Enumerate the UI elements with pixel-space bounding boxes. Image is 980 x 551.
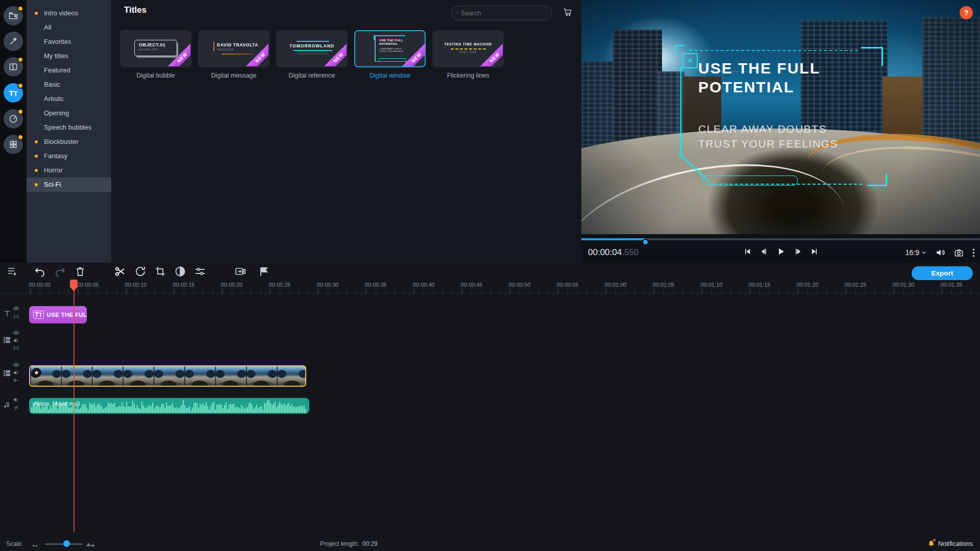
transitions-button[interactable] [4, 57, 23, 77]
sidebar-item-featured[interactable]: Featured [27, 63, 111, 78]
title-card-digital-reference[interactable]: TOMORROWLAND NEW Digital reference [276, 30, 348, 79]
video-editor-app: TT Intro videosAllFavoritesMy titlesFeat… [0, 0, 980, 551]
status-bar: Scale: Project length:00:29 Notification… [0, 536, 980, 551]
speaker-icon[interactable] [13, 369, 19, 376]
more-options-icon[interactable] [972, 248, 975, 258]
title-card-digital-bubble[interactable]: OBJECT.01 044 ARXL-2557 NEW Digital bubb… [120, 30, 191, 79]
aspect-ratio-select[interactable]: 16:9 [905, 248, 926, 257]
ruler-label: 00:01:00 [605, 282, 627, 288]
scale-slider-handle[interactable] [63, 540, 70, 547]
speaker-icon[interactable] [13, 396, 19, 403]
sidebar-item-speech-bubbles[interactable]: Speech bubbles [27, 120, 111, 135]
sidebar-item-label: Opening [44, 109, 69, 117]
sidebar-item-sci-fi[interactable]: Sci-Fi [27, 178, 111, 192]
undo-button[interactable] [34, 265, 46, 278]
stickers-button[interactable] [4, 109, 23, 129]
import-button[interactable] [4, 6, 23, 26]
volume-icon[interactable] [935, 247, 945, 258]
speaker-icon[interactable] [13, 337, 19, 344]
add-track-button[interactable] [6, 265, 18, 278]
filters-button[interactable] [4, 32, 23, 51]
ruler-ticks [30, 289, 980, 293]
titles-button[interactable]: TT [4, 83, 23, 103]
link-icon[interactable] [13, 345, 19, 352]
sidebar-item-label: Horror [44, 166, 63, 174]
snapshot-camera-icon[interactable] [954, 248, 964, 258]
category-dot [35, 140, 38, 143]
crop-button[interactable] [154, 265, 166, 278]
zoom-out-mountains-icon[interactable] [32, 542, 39, 547]
store-cart-icon[interactable] [562, 7, 573, 17]
next-frame-button[interactable] [794, 247, 802, 256]
export-button[interactable]: Export [912, 266, 973, 280]
clear-search-icon[interactable] [545, 10, 547, 16]
ruler-divider [0, 293, 980, 294]
sidebar-item-basic[interactable]: Basic [27, 78, 111, 92]
sidebar-item-label: Fantasy [44, 152, 67, 160]
sidebar-item-my-titles[interactable]: My titles [27, 49, 111, 63]
sidebar-item-artistic[interactable]: Artistic [27, 92, 111, 106]
zoom-in-mountains-icon[interactable] [86, 541, 95, 547]
play-button[interactable] [777, 247, 785, 256]
sidebar-item-blockbuster[interactable]: Blockbuster [27, 135, 111, 149]
sidebar-item-favorites[interactable]: Favorites [27, 35, 111, 49]
link-off-icon[interactable] [13, 405, 19, 411]
notifications-button[interactable]: Notifications [927, 540, 973, 547]
skip-to-end-button[interactable] [811, 247, 819, 256]
title-card-digital-message[interactable]: DAVID TRAVOLTA PRODUCER NEW Digital mess… [198, 30, 270, 79]
title-card-digital-window[interactable]: USE THE FULL POTENTIAL CLEAR AWAY DOUBTS… [354, 30, 426, 79]
clip-properties-button[interactable] [194, 265, 206, 278]
overlay-pill [702, 176, 798, 186]
link-icon[interactable] [13, 313, 19, 320]
seek-handle[interactable] [642, 239, 649, 245]
category-dot [35, 12, 38, 15]
arrow-left-icon[interactable] [13, 377, 19, 384]
sidebar-item-fantasy[interactable]: Fantasy [27, 149, 111, 163]
video-clip[interactable]: ★ [29, 365, 306, 387]
ruler-label: 00:00:40 [413, 282, 435, 288]
new-badge: NEW [241, 39, 269, 67]
seek-bar-fill [581, 238, 645, 240]
title-card-thumbnail: OBJECT.01 044 ARXL-2557 NEW [120, 30, 191, 67]
help-button[interactable]: ? [960, 6, 973, 19]
marker-button[interactable] [258, 265, 270, 278]
search-input[interactable] [459, 10, 545, 17]
title-card-thumbnail: DAVID TRAVOLTA PRODUCER NEW [198, 30, 270, 67]
title-card-label: Digital bubble [120, 72, 191, 79]
ruler-label: 00:00:15 [173, 282, 195, 288]
title-card-thumbnail: USE THE FULL POTENTIAL CLEAR AWAY DOUBTS… [354, 30, 426, 67]
playhead-line [74, 280, 75, 532]
color-adjustments-button[interactable] [174, 265, 186, 278]
update-dot [17, 109, 23, 115]
search-box[interactable] [451, 6, 552, 20]
title-card-flickering-lines[interactable]: TESTING TIME MACHINE PART ONE NEW Flicke… [432, 30, 504, 79]
previous-frame-button[interactable] [760, 247, 768, 256]
title-clip[interactable]: TT USE THE FUL [29, 306, 87, 323]
ruler-label: 00:00:00 [29, 282, 51, 288]
redo-button[interactable] [54, 265, 66, 278]
eye-icon[interactable] [13, 305, 19, 312]
sidebar-item-intro-videos[interactable]: Intro videos [27, 6, 111, 20]
rotate-button[interactable] [134, 265, 146, 278]
delete-button[interactable] [74, 265, 86, 278]
overlay-close-icon[interactable]: ✕ [682, 53, 698, 68]
timeline-ruler[interactable]: 00:00:0000:00:0500:00:1000:00:1500:00:20… [0, 280, 980, 294]
bell-icon [927, 540, 935, 547]
split-button[interactable] [114, 265, 126, 278]
new-badge: NEW [163, 39, 191, 67]
title-card-label: Digital reference [276, 72, 348, 79]
title-track-icon [3, 310, 11, 318]
eye-icon[interactable] [13, 330, 19, 336]
tool-rail: TT [0, 0, 27, 263]
audio-clip-label: Action_Movie.mp3 [34, 400, 80, 407]
audio-clip[interactable]: Action_Movie.mp3 [29, 398, 309, 414]
sidebar-item-opening[interactable]: Opening [27, 106, 111, 120]
more-tools-button[interactable] [4, 135, 23, 154]
slideshow-wizard-button[interactable] [234, 265, 247, 278]
sidebar-item-all[interactable]: All [27, 20, 111, 35]
panel-title: Titles [124, 5, 146, 15]
sidebar-item-horror[interactable]: Horror [27, 163, 111, 178]
seek-bar[interactable] [581, 238, 980, 240]
eye-icon[interactable] [13, 362, 19, 368]
skip-to-start-button[interactable] [743, 247, 751, 256]
